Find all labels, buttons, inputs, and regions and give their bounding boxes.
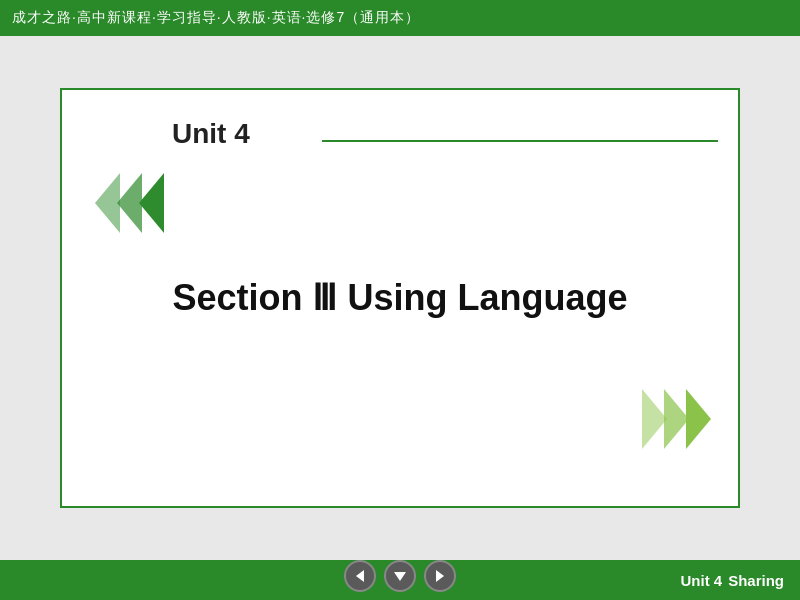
nav-next-button[interactable] [424,560,456,592]
svg-marker-5 [686,389,711,449]
arrow-left-icon [352,568,368,584]
slide: Unit 4 Section Ⅲ Using Language [60,88,740,508]
svg-marker-0 [95,173,120,233]
main-content: Unit 4 Section Ⅲ Using Language [0,36,800,560]
nav-prev-button[interactable] [344,560,376,592]
svg-marker-4 [664,389,689,449]
nav-home-button[interactable] [384,560,416,592]
svg-marker-7 [394,572,406,581]
right-decoration-icon [626,384,716,454]
svg-marker-3 [642,389,667,449]
footer-unit-label: Unit 4 [680,572,722,589]
svg-marker-8 [436,570,444,582]
unit-label: Unit 4 [172,118,250,150]
unit-line [322,140,718,142]
header-title: 成才之路·高中新课程·学习指导·人教版·英语·选修7（通用本） [12,9,420,27]
left-decoration-icon [90,168,180,238]
svg-marker-1 [117,173,142,233]
svg-marker-6 [356,570,364,582]
header-bar: 成才之路·高中新课程·学习指导·人教版·英语·选修7（通用本） [0,0,800,36]
svg-marker-2 [139,173,164,233]
arrow-right-icon [432,568,448,584]
footer-sharing-label: Sharing [728,572,784,589]
footer-unit-info: Unit 4 Sharing [680,572,800,589]
section-title: Section Ⅲ Using Language [172,277,627,319]
footer-nav [344,560,456,592]
footer-bar: Unit 4 Sharing [0,560,800,600]
arrow-down-icon [392,568,408,584]
